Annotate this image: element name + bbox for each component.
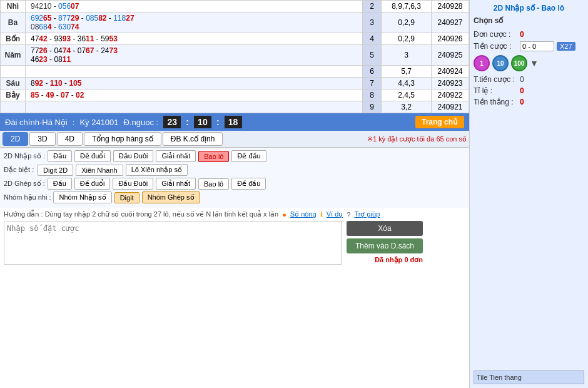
bet-opt-xiennhanh[interactable]: Xiên Nhanh: [76, 165, 123, 176]
bet-opt-loxien[interactable]: Lô Xiên nhập số: [126, 164, 188, 176]
da-nhap-label: Đã nhập: [375, 256, 402, 263]
bet-row-3: 2D Ghép số : Đầu Đề đuổi Đầu Đuôi Giải n…: [4, 178, 465, 190]
col-num-3: 3: [363, 13, 382, 33]
col-id-9: 240921: [432, 101, 469, 113]
ti-le-val: 0: [520, 86, 524, 95]
timer-minutes: 10: [194, 116, 211, 128]
col-id-5: 240925: [432, 45, 469, 66]
tab-3d[interactable]: 3D: [29, 132, 55, 146]
ti-le-label: Tỉ lệ :: [474, 86, 517, 95]
col-num-6: 6: [363, 66, 382, 78]
timer-sep-2: :: [216, 117, 220, 127]
row-numbers-6: [26, 66, 363, 78]
col-id-4: 240926: [432, 33, 469, 45]
col-id-6: 240924: [432, 66, 469, 78]
bet-opt-dau[interactable]: Đầu: [48, 150, 72, 162]
bet-opt-dauduoi[interactable]: Đầu Đuôi: [113, 150, 154, 162]
dnguoc-label: Đ.nguoc :: [124, 118, 159, 127]
col-vals-2: 8,9,7,6,3: [382, 1, 432, 13]
row-label-ba: Ba: [1, 13, 26, 33]
tien-thang-row: Tiền thắng : 0: [474, 98, 584, 106]
tabs-row: 2D 3D 4D Tổng hợp hàng số ĐB K.cố định ※…: [0, 131, 469, 148]
hint-row: Hướng dẫn : Dùng tay nhập 2 chữ số cuối …: [4, 210, 465, 218]
row-label-bon: Bốn: [1, 33, 26, 45]
bet-opt-dedau[interactable]: Đề đầu: [231, 150, 266, 162]
chip-1[interactable]: 1: [474, 55, 490, 71]
bet-opt-giainhat[interactable]: Giải nhất: [156, 150, 196, 162]
so-nong-link[interactable]: Số nóng: [290, 210, 317, 218]
hint-text: Hướng dẫn : Dùng tay nhập 2 chữ số cuối …: [4, 210, 278, 218]
bet-opt-ghep-giainhat[interactable]: Giải nhất: [156, 178, 196, 190]
row-label-bay: Bảy: [1, 89, 26, 101]
bet-input[interactable]: [4, 221, 342, 265]
hot-dot-icon: ●: [282, 211, 286, 218]
row-numbers-ba: 69265 - 87729 - 08582 - 11827 08684 - 63…: [26, 13, 363, 33]
bet-opt-nhom-nhap[interactable]: Nhóm Nhập số: [53, 191, 111, 203]
col-vals-4: 0,2,9: [382, 33, 432, 45]
t-tien-cuoc-val: 0: [520, 75, 524, 84]
chip-10[interactable]: 10: [492, 55, 509, 71]
tab-2d[interactable]: 2D: [3, 132, 28, 146]
col-num-4: 4: [363, 33, 382, 45]
bet-opt-digit2d[interactable]: Digit 2D: [38, 165, 73, 176]
tien-cuoc-label: Tiền cược :: [474, 42, 517, 51]
dai-chinh-label: Đài chính-Hà Nội: [5, 118, 68, 127]
bet-opt-deduoi[interactable]: Đề đuổi: [74, 150, 111, 162]
col-num-7: 7: [363, 78, 382, 89]
col-vals-3: 0,2,9: [382, 13, 432, 33]
status-bar: Đài chính-Hà Nội : Kỳ 241001 Đ.nguoc : 2…: [0, 113, 469, 131]
chips-expand-icon[interactable]: ▼: [530, 58, 539, 68]
bet-opt-ghep-dedau[interactable]: Đề đầu: [231, 178, 266, 190]
row-label-nhi: Nhì: [1, 1, 26, 13]
bet-opt-nhom-ghep[interactable]: Nhóm Ghép số: [142, 191, 200, 203]
tien-cuoc-row: Tiền cược : X27: [474, 41, 584, 51]
bet-opt-ghep-dau[interactable]: Đầu: [48, 178, 72, 190]
don-cuoc-label: Đơn cược :: [474, 30, 517, 39]
row-label-9: [1, 101, 26, 113]
col-id-2: 240928: [432, 1, 469, 13]
col-num-5: 5: [363, 45, 382, 66]
bet-opt-ghep-dauduoi[interactable]: Đầu Đuôi: [113, 178, 153, 190]
bet-row-1: 2D Nhập số : Đầu Đề đuổi Đầu Đuôi Giải n…: [4, 150, 465, 162]
tab-4d[interactable]: 4D: [57, 132, 83, 146]
bet-opt-nhom-digit[interactable]: Digit: [114, 192, 139, 203]
tien-thang-val: 0: [520, 98, 524, 106]
right-panel-title: 2D Nhập số - Bao lô: [474, 4, 584, 13]
them-button[interactable]: Thêm vào D.sách: [347, 238, 423, 253]
chip-100[interactable]: 100: [511, 55, 527, 71]
timer-hours: 23: [163, 116, 181, 128]
bet-group3-label: 2D Ghép số :: [4, 180, 45, 188]
bet-row-4: Nhóm hậu nhi : Nhóm Nhập số Digit Nhóm G…: [4, 191, 465, 203]
bet-opt-ghep-baolo[interactable]: Bao lô: [198, 178, 229, 190]
tro-giup-link[interactable]: Trợ giúp: [354, 210, 380, 218]
row-numbers-sau: 892 - 110 - 105: [26, 78, 363, 89]
action-buttons: Xóa Thêm vào D.sách Đã nhập 0 đơn: [347, 221, 423, 264]
row-numbers-nhi: 94210 - 05607: [26, 1, 363, 13]
tab-tonghop[interactable]: Tổng hợp hàng số: [84, 132, 161, 146]
row-label-6: [1, 66, 26, 78]
col-vals-9: 3,2: [382, 101, 432, 113]
vi-du-link[interactable]: Ví dụ: [327, 210, 343, 218]
tien-thang-label: Tiền thắng :: [474, 98, 517, 106]
bet-section: 2D Nhập số : Đầu Đề đuổi Đầu Đuôi Giải n…: [0, 148, 469, 208]
timer-sep-1: :: [186, 117, 189, 127]
col-vals-8: 2,4,5: [382, 89, 432, 101]
tien-cuoc-input[interactable]: [520, 41, 554, 51]
don-cuoc-val: 0: [520, 30, 524, 39]
trang-chu-button[interactable]: Trang chủ: [415, 116, 464, 128]
row-numbers-9: [26, 101, 363, 113]
info-icon: ℹ: [320, 210, 323, 218]
bet-opt-baolo[interactable]: Bao lô: [198, 151, 229, 162]
help-icon: ?: [347, 211, 350, 218]
ti-le-row: Tỉ lệ : 0: [474, 86, 584, 95]
t-tien-cuoc-row: T.tiền cược : 0: [474, 75, 584, 84]
col-id-3: 240927: [432, 13, 469, 33]
col-vals-7: 4,4,3: [382, 78, 432, 89]
separator: :: [73, 118, 75, 127]
xoa-button[interactable]: Xóa: [347, 221, 423, 236]
don-cuoc-row: Đơn cược : 0: [474, 30, 584, 39]
tab-note: ※1 kỳ đặt cược tối đa 65 con số: [367, 135, 467, 143]
bet-opt-ghep-deduoi[interactable]: Đề đuổi: [74, 178, 111, 190]
tab-dbkcodinh[interactable]: ĐB K.cố định: [163, 132, 223, 146]
chon-so-label: Chọn số: [474, 16, 584, 25]
